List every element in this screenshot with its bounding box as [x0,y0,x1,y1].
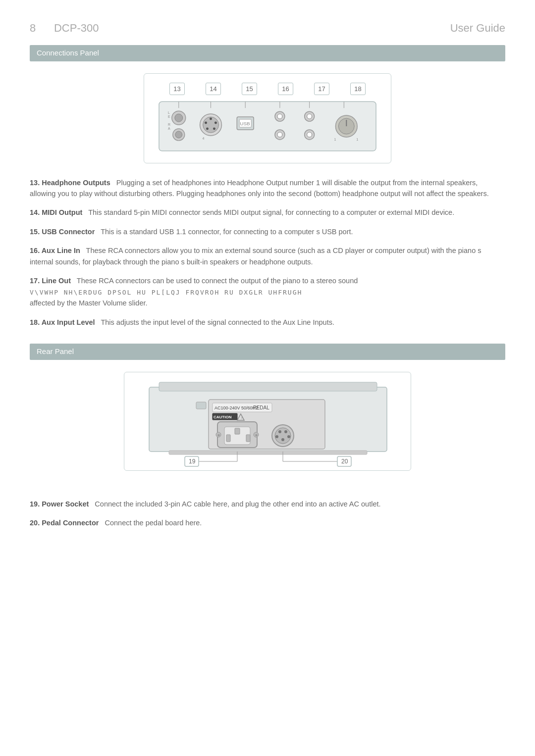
rear-items-list: 19. Power Socket Connect the included 3-… [30,499,505,529]
svg-point-21 [213,127,215,130]
svg-rect-41 [169,451,367,454]
item-19: 19. Power Socket Connect the included 3-… [30,499,505,509]
svg-text:!: ! [241,416,242,420]
svg-point-64 [284,430,287,433]
svg-text:4: 4 [203,137,205,140]
corrupted-line: V\VWHP NH\ERDUG DPSOL HU PL[LQJ FRQVROH … [30,289,302,296]
item-19-text: 19. Power Socket Connect the included 3-… [30,499,505,509]
svg-text:PEDAL: PEDAL [253,405,269,410]
connections-items-list: 13. Headphone Outputs Plugging a set of … [30,177,505,328]
svg-rect-56 [246,435,250,442]
page-header: 8 DCP-300 User Guide [30,20,505,36]
connections-panel-bar: Connections Panel [30,45,505,61]
svg-point-33 [307,132,312,137]
label-15: 15 [242,83,257,96]
label-17: 17 [314,83,329,96]
svg-point-29 [277,132,282,137]
svg-rect-54 [235,428,240,434]
svg-point-20 [206,127,209,130]
svg-point-18 [205,122,207,124]
item-20-text: 20. Pedal Connector Connect the pedal bo… [30,517,505,528]
svg-point-65 [275,435,278,438]
svg-rect-55 [226,435,230,442]
item-14: 14. MIDI Output This standard 5-pin MIDI… [30,207,505,218]
svg-rect-40 [159,382,377,391]
label-18: 18 [350,83,365,96]
svg-text:AC100-240V  50/60HZ: AC100-240V 50/60HZ [214,405,259,410]
diagram-labels-row: 13 14 15 16 17 18 [154,83,381,96]
item-18: 18. Aux Input Level This adjusts the inp… [30,317,505,328]
svg-point-19 [214,122,217,124]
connections-panel-svg: L E R A 4 USB [154,99,381,153]
svg-point-27 [277,114,282,119]
svg-text:A: A [168,127,170,130]
svg-text:R: R [168,123,170,126]
svg-point-67 [287,435,290,438]
item-20: 20. Pedal Connector Connect the pedal bo… [30,517,505,528]
svg-text:⊗: ⊗ [255,434,258,437]
item-14-text: 14. MIDI Output This standard 5-pin MIDI… [30,207,505,218]
item-18-text: 18. Aux Input Level This adjusts the inp… [30,317,505,328]
rear-diagram-wrapper: AC100-240V 50/60HZ CAUTION ! PEDAL ⊗ ⊗ [30,372,505,485]
item-13: 13. Headphone Outputs Plugging a set of … [30,177,505,200]
rear-panel-svg: AC100-240V 50/60HZ CAUTION ! PEDAL ⊗ ⊗ [129,377,407,469]
item-13-text: 13. Headphone Outputs Plugging a set of … [30,177,505,200]
item-17: 17. Line Out These RCA connectors can be… [30,275,505,308]
svg-text:19: 19 [189,458,196,465]
svg-text:L: L [168,111,170,114]
svg-point-63 [278,430,281,433]
svg-point-17 [210,118,212,120]
svg-point-66 [281,438,284,441]
item-15: 15. USB Connector This is a standard USB… [30,226,505,237]
page-number: 8 DCP-300 [30,20,99,36]
svg-text:⊗: ⊗ [217,434,220,437]
svg-text:1: 1 [334,138,336,141]
label-14: 14 [206,83,220,96]
svg-rect-42 [196,402,206,409]
svg-text:E: E [168,115,170,118]
svg-text:CAUTION: CAUTION [214,415,232,419]
label-16: 16 [278,83,293,96]
rear-diagram: AC100-240V 50/60HZ CAUTION ! PEDAL ⊗ ⊗ [124,372,411,471]
item-16: 16. Aux Line In These RCA connectors all… [30,245,505,267]
svg-text:1: 1 [356,138,358,141]
item-15-text: 15. USB Connector This is a standard USB… [30,226,505,237]
connections-diagram: 13 14 15 16 17 18 L E R A [144,73,391,163]
svg-text:20: 20 [341,458,348,465]
item-17-text: 17. Line Out These RCA connectors can be… [30,275,505,308]
svg-point-14 [175,131,182,138]
rear-panel-bar: Rear Panel [30,344,505,360]
svg-text:USB: USB [240,121,250,126]
svg-point-12 [175,114,183,122]
item-16-text: 16. Aux Line In These RCA connectors all… [30,245,505,267]
label-13: 13 [169,83,184,96]
svg-point-31 [307,114,312,119]
